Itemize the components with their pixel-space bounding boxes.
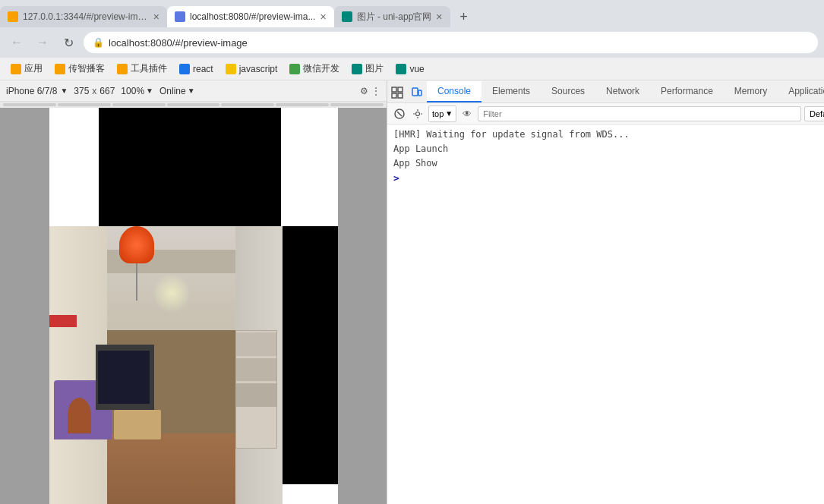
scroll-seg-1 [3,103,56,106]
bookmark-apps-icon [11,64,21,74]
new-tab-button[interactable]: + [453,6,475,27]
svg-point-8 [416,112,420,115]
lock-icon: 🔒 [93,37,104,48]
online-status: Online [159,86,186,96]
forward-button[interactable]: → [32,32,53,53]
address-bar: ← → ↻ 🔒 localhost:8080/#/preview-image [0,27,824,58]
device-chevron-icon: ▼ [60,87,68,95]
main-area: iPhone 6/7/8 ▼ 375 x 667 100% ▼ Online ▼ [0,80,824,504]
bookmark-images[interactable]: 图片 [347,61,388,77]
tab-elements[interactable]: Elements [481,81,541,102]
bookmark-chuanzhi[interactable]: 传智播客 [50,61,109,77]
svg-line-7 [397,112,402,116]
tab-3-title: 图片 - uni-app官网 [357,11,432,24]
tab-sources[interactable]: Sources [541,81,595,102]
console-toolbar: top ▼ 👁 Default levels ▼ [387,103,824,124]
zoom-selector[interactable]: 100% ▼ [121,86,153,96]
image-interior [49,226,283,504]
phone-frame [49,108,338,504]
console-message-3: App Show [387,156,824,171]
devtools-panel: Console Elements Sources Network Perform… [387,80,824,504]
console-message-2-text: App Launch [393,143,448,154]
bookmark-apps[interactable]: 应用 [6,61,47,77]
console-prompt[interactable]: > [387,171,824,185]
viewport-height: 667 [99,86,115,96]
bookmark-vue-label: vue [409,64,424,74]
bookmark-javascript-icon [226,64,236,74]
levels-label: Default levels [810,109,824,118]
tab-3-favicon [342,11,352,22]
online-selector[interactable]: Online ▼ [159,86,195,96]
default-levels-button[interactable]: Default levels ▼ [804,106,824,121]
settings-icon[interactable]: ⚙ [360,86,368,96]
image-black-top [99,108,281,226]
online-chevron-icon: ▼ [188,87,195,95]
console-message-1: [HMR] Waiting for update signal from WDS… [387,128,824,142]
filter-input[interactable] [478,106,801,121]
scroll-seg-2 [58,103,111,106]
bookmark-javascript[interactable]: javascript [221,62,283,76]
zoom-level: 100% [121,86,144,96]
tab-3-close[interactable]: × [436,11,442,22]
viewport-scroll-bar [0,102,387,108]
bookmark-vue[interactable]: vue [391,62,428,76]
bookmark-javascript-label: javascript [239,64,278,74]
eye-icon[interactable]: 👁 [459,106,475,121]
light-spot [154,271,189,316]
viewport-width: 375 [74,86,89,96]
bookmark-tools-label: 工具插件 [131,62,167,75]
tab-2-close[interactable]: × [320,11,326,22]
address-input[interactable]: 🔒 localhost:8080/#/preview-image [84,32,818,53]
tab-1[interactable]: 127.0.0.1:3344/#/preview-ima... × [0,6,167,27]
tab-3[interactable]: 图片 - uni-app官网 × [334,6,450,27]
refresh-button[interactable]: ↻ [58,32,79,53]
bookmark-tools-icon [117,64,128,74]
address-url-text: localhost:8080/#/preview-image [109,37,248,49]
bookmark-vue-icon [396,64,406,74]
console-message-3-text: App Show [393,158,437,169]
console-message-2: App Launch [387,142,824,156]
red-decor [49,315,77,327]
console-message-1-text: [HMR] Waiting for update signal from WDS… [393,129,630,140]
device-selector[interactable]: iPhone 6/7/8 ▼ [6,86,68,96]
bookmark-weixin[interactable]: 微信开发 [285,61,344,77]
lamp [119,226,154,301]
device-toolbar-button[interactable] [407,83,427,102]
more-icon[interactable]: ⋮ [371,86,380,96]
tab-network[interactable]: Network [595,81,650,102]
context-value: top [432,109,444,118]
viewport-toolbar: iPhone 6/7/8 ▼ 375 x 667 100% ▼ Online ▼ [0,80,387,102]
context-selector[interactable]: top ▼ [428,106,456,122]
viewport-content [0,108,387,504]
lamp-shade [119,226,154,263]
bookmark-apps-label: 应用 [24,62,43,75]
settings-console-button[interactable] [410,106,425,121]
tab-bar: 127.0.0.1:3344/#/preview-ima... × localh… [0,0,824,27]
svg-rect-3 [398,93,403,98]
clear-console-button[interactable] [392,106,407,121]
tab-2-title: localhost:8080/#/preview-ima... [190,11,315,22]
svg-rect-4 [412,88,418,96]
tab-2[interactable]: localhost:8080/#/preview-ima... × [167,6,334,27]
tab-memory[interactable]: Memory [724,81,778,102]
tv-screen [98,351,150,404]
bookmark-chuanzhi-icon [55,64,65,74]
scroll-seg-6 [276,103,329,106]
inspect-element-button[interactable] [387,83,407,102]
scroll-bar-inner [0,102,387,108]
tab-console[interactable]: Console [427,81,481,102]
viewport-panel: iPhone 6/7/8 ▼ 375 x 667 100% ▼ Online ▼ [0,80,387,504]
scroll-seg-7 [330,103,384,106]
bookmark-tools[interactable]: 工具插件 [112,61,172,77]
bookmark-react[interactable]: react [175,62,218,76]
viewport-icons: ⚙ ⋮ [360,86,380,96]
bookmark-react-icon [179,64,190,74]
tab-application[interactable]: Application [778,81,824,102]
browser-chrome: 127.0.0.1:3344/#/preview-ima... × localh… [0,0,824,504]
tab-performance[interactable]: Performance [650,81,724,102]
bookmarks-bar: 应用 传智播客 工具插件 react javascript 微信开发 图片 v [0,58,824,80]
context-chevron-icon: ▼ [445,109,453,118]
tab-1-close[interactable]: × [153,11,159,22]
back-button[interactable]: ← [6,32,27,53]
zoom-chevron-icon: ▼ [146,87,153,95]
